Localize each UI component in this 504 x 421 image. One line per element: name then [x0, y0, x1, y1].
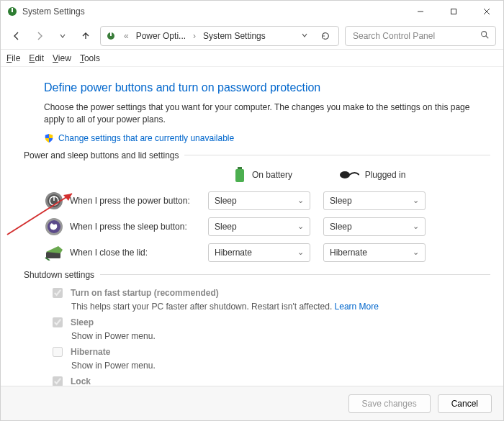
svg-rect-1: [12, 8, 13, 12]
sleep-button-battery-select[interactable]: Sleep⌄: [208, 217, 310, 236]
save-changes-button[interactable]: Save changes: [348, 394, 431, 413]
power-options-icon: [105, 30, 117, 42]
power-button-plugged-select[interactable]: Sleep⌄: [323, 191, 426, 210]
menubar: File Edit View Tools: [1, 50, 503, 67]
back-button[interactable]: [8, 27, 25, 45]
menu-edit[interactable]: Edit: [29, 53, 44, 63]
menu-tools[interactable]: Tools: [80, 53, 100, 63]
address-dropdown[interactable]: [298, 31, 311, 41]
row-sleep-button-label: When I press the sleep button:: [70, 222, 208, 232]
row-power-button: When I press the power button: Sleep⌄ Sl…: [44, 191, 490, 211]
svg-rect-7: [110, 32, 112, 36]
content: Define power buttons and turn on passwor…: [1, 67, 503, 386]
chevron-down-icon: ⌄: [413, 196, 419, 205]
hibernate-checkbox[interactable]: Hibernate: [50, 345, 490, 359]
svg-rect-11: [235, 169, 244, 182]
change-settings-link[interactable]: Change settings that are currently unava…: [58, 133, 234, 143]
page-description: Choose the power settings that you want …: [44, 101, 490, 126]
app-icon: [6, 6, 18, 17]
section-shutdown-title: Shutdown settings: [24, 270, 94, 280]
breadcrumb-power-options[interactable]: Power Opti...: [136, 31, 186, 41]
power-button-battery-select[interactable]: Sleep⌄: [208, 191, 310, 210]
row-lid-label: When I close the lid:: [70, 248, 208, 258]
svg-rect-3: [451, 9, 456, 14]
titlebar: System Settings: [1, 1, 503, 22]
maximize-button[interactable]: [437, 1, 470, 22]
refresh-button[interactable]: [317, 27, 334, 45]
chevron-down-icon: ⌄: [297, 222, 304, 231]
plug-icon: [339, 169, 359, 181]
col-on-battery: On battery: [252, 170, 292, 180]
sleep-checkbox[interactable]: Sleep: [50, 315, 490, 330]
chevron-down-icon: ⌄: [297, 196, 304, 205]
search-icon: [480, 30, 490, 42]
lock-checkbox[interactable]: Lock: [50, 374, 490, 386]
svg-line-9: [486, 36, 489, 39]
learn-more-link[interactable]: Learn More: [335, 302, 379, 312]
forward-button[interactable]: [31, 27, 48, 45]
footer: Save changes Cancel: [1, 386, 503, 420]
uac-shield-icon: [44, 133, 54, 143]
svg-point-8: [482, 32, 487, 37]
section-buttons-title: Power and sleep buttons and lid settings: [24, 150, 179, 160]
window: System Settings « Power Op: [0, 0, 504, 421]
shutdown-settings: Turn on fast startup (recommended) This …: [44, 286, 490, 386]
column-headers: On battery Plugged in: [44, 166, 490, 184]
sleep-button-plugged-select[interactable]: Sleep⌄: [323, 217, 426, 236]
minimize-button[interactable]: [404, 1, 437, 22]
menu-view[interactable]: View: [53, 53, 71, 63]
power-button-icon: [44, 191, 64, 211]
chevron-down-icon: ⌄: [413, 222, 419, 231]
close-button[interactable]: [470, 1, 503, 22]
hibernate-desc: Show in Power menu.: [71, 361, 490, 371]
col-plugged-in: Plugged in: [365, 170, 406, 180]
chevron-down-icon: ⌄: [297, 248, 304, 257]
row-lid-close: When I close the lid: Hibernate⌄ Hiberna…: [44, 243, 490, 263]
chevron-down-icon: ⌄: [413, 248, 419, 257]
page-heading: Define power buttons and turn on passwor…: [44, 81, 490, 94]
lid-icon: [44, 243, 64, 263]
lid-plugged-select[interactable]: Hibernate⌄: [323, 243, 426, 262]
navbar: « Power Opti... › System Settings: [1, 22, 503, 50]
menu-file[interactable]: File: [6, 53, 20, 63]
search-input[interactable]: [351, 30, 477, 42]
svg-rect-10: [238, 167, 242, 169]
sleep-button-icon: [44, 217, 64, 237]
battery-icon: [233, 166, 246, 184]
fast-startup-checkbox[interactable]: Turn on fast startup (recommended): [50, 286, 490, 300]
breadcrumb-system-settings[interactable]: System Settings: [203, 31, 266, 41]
svg-point-12: [340, 171, 350, 178]
fast-startup-desc: This helps start your PC faster after sh…: [71, 302, 335, 312]
row-sleep-button: When I press the sleep button: Sleep⌄ Sl…: [44, 217, 490, 237]
address-bar[interactable]: « Power Opti... › System Settings: [100, 26, 339, 46]
lid-battery-select[interactable]: Hibernate⌄: [208, 243, 310, 262]
window-title: System Settings: [22, 6, 85, 17]
cancel-button[interactable]: Cancel: [438, 394, 492, 413]
sleep-desc: Show in Power menu.: [71, 331, 490, 341]
recent-dropdown[interactable]: [54, 27, 71, 45]
row-power-button-label: When I press the power button:: [70, 196, 208, 206]
search-box[interactable]: [345, 26, 496, 46]
up-button[interactable]: [77, 27, 94, 45]
